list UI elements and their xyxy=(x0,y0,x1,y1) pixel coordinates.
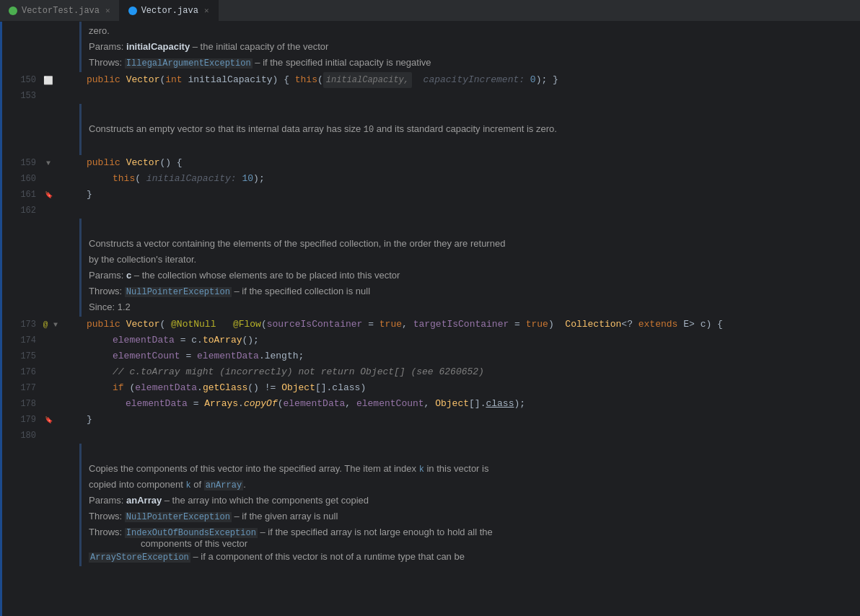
line-row-162: 162 xyxy=(7,203,860,219)
line-row-173: 173 @ ▼ public Vector( @NotNull @Flow(so… xyxy=(7,317,860,333)
doc-row-zero: zero. xyxy=(7,22,860,40)
doc-row-params-c: Params: c – the collection whose element… xyxy=(7,269,860,285)
doc-throws-ioobe-label: Throws: IndexOutOfBoundsException – if t… xyxy=(89,527,493,537)
line-num-173: 173 xyxy=(7,320,42,330)
code-line-180 xyxy=(79,428,860,444)
tab-label-vectortest: VectorTest.java xyxy=(22,6,100,16)
doc-text-zero: zero. xyxy=(89,25,110,36)
doc-throws-ase: ArrayStoreException – if a component of … xyxy=(89,551,465,562)
line-num-153: 153 xyxy=(7,91,42,101)
doc-text-copies1: Copies the components of this vector int… xyxy=(89,463,419,474)
doc-params-c: Params: c – the collection whose element… xyxy=(89,270,400,281)
tab-label-vector: Vector.java xyxy=(141,6,198,16)
gutter-arrow-173[interactable]: ▼ xyxy=(49,321,62,329)
code-line-173: public Vector( @NotNull @Flow(sourceIsCo… xyxy=(79,317,860,333)
line-row-176: 176 // c.toArray might (incorrectly) not… xyxy=(7,364,860,380)
line-num-177: 177 xyxy=(7,383,42,393)
code-area[interactable]: zero. Params: initialCapacity – the init… xyxy=(0,22,860,616)
doc-row-empty3 xyxy=(7,219,860,234)
doc-row-since: Since: 1.2 xyxy=(7,301,860,317)
editor-root: VectorTest.java ✕ Vector.java ✕ zero. xyxy=(0,0,860,616)
gutter-bookmark-150[interactable]: ⬜ xyxy=(42,76,55,85)
doc-code-anarray: anArray xyxy=(204,480,243,490)
tab-vectortest[interactable]: VectorTest.java ✕ xyxy=(0,0,120,22)
doc-row-empty2 xyxy=(7,139,860,155)
line-row-175: 175 elementCount = elementData.length; xyxy=(7,348,860,364)
doc-code-npe1: NullPointerException xyxy=(125,287,232,297)
doc-row-throws-npe1: Throws: NullPointerException – if the sp… xyxy=(7,285,860,301)
line-row-161: 161 🔖 } xyxy=(7,187,860,203)
tab-vector[interactable]: Vector.java ✕ xyxy=(120,0,219,22)
doc-row-copies: Copies the components of this vector int… xyxy=(7,459,860,494)
doc-params-anarray: Params: anArray – the array into which t… xyxy=(89,495,369,506)
line-row-160: 160 this( initialCapacity: 10); xyxy=(7,171,860,187)
code-line-150: public Vector(int initialCapacity) { thi… xyxy=(79,72,860,88)
doc-row-throws-npe2: Throws: NullPointerException – if the gi… xyxy=(7,510,860,526)
doc-code-ase: ArrayStoreException xyxy=(89,553,190,563)
code-line-177: if (elementData.getClass() != Object[].c… xyxy=(79,380,860,396)
left-indicator-bar xyxy=(0,22,2,616)
line-row-180: 180 xyxy=(7,428,860,444)
doc-throws-npe1: Throws: NullPointerException – if the sp… xyxy=(89,286,370,296)
doc-row-empty1 xyxy=(7,104,860,120)
tab-close-vectortest[interactable]: ✕ xyxy=(105,6,110,15)
gutter-bookmark-161[interactable]: 🔖 xyxy=(42,191,55,199)
code-line-178: elementData = Arrays.copyOf(elementData,… xyxy=(79,396,860,412)
line-num-161: 161 xyxy=(7,190,42,200)
doc-row-params-anarray: Params: anArray – the array into which t… xyxy=(7,494,860,510)
line-num-159: 159 xyxy=(7,158,42,168)
line-num-178: 178 xyxy=(7,399,42,409)
tab-close-vector[interactable]: ✕ xyxy=(204,6,209,15)
line-row-177: 177 if (elementData.getClass() != Object… xyxy=(7,380,860,396)
doc-text-copies2: copied into component xyxy=(89,479,185,490)
doc-row-throws-iae: Throws: IllegalArgumentException – if th… xyxy=(7,56,860,72)
doc-throws-npe2: Throws: NullPointerException – if the gi… xyxy=(89,511,338,522)
doc-since: Since: 1.2 xyxy=(89,302,131,312)
doc-code-iae: IllegalArgumentException xyxy=(125,58,253,69)
code-line-174: elementData = c.toArray(); xyxy=(79,333,860,348)
code-line-179: } xyxy=(79,412,860,428)
doc-row-params-capacity: Params: initialCapacity – the initial ca… xyxy=(7,40,860,56)
gutter-bookmark-179[interactable]: 🔖 xyxy=(42,416,55,424)
gutter-arrow-159[interactable]: ▼ xyxy=(42,159,55,167)
line-row-150: 150 ⬜ public Vector(int initialCapacity)… xyxy=(7,72,860,88)
line-num-174: 174 xyxy=(7,335,42,346)
doc-throws-iae: Throws: IllegalArgumentException – if th… xyxy=(89,57,431,68)
doc-text-empty-vector: Constructs an empty vector so that its i… xyxy=(89,123,557,134)
code-line-160: this( initialCapacity: 10); xyxy=(79,171,860,187)
doc-row-empty-vector: Constructs an empty vector so that its i… xyxy=(7,120,860,139)
code-line-161: } xyxy=(79,187,860,203)
line-num-175: 175 xyxy=(7,351,42,361)
code-line-175: elementCount = elementData.length; xyxy=(79,348,860,364)
tab-bar: VectorTest.java ✕ Vector.java ✕ xyxy=(0,0,860,22)
doc-row-throws-ioobe: Throws: IndexOutOfBoundsException – if t… xyxy=(7,526,860,550)
line-num-150: 150 xyxy=(7,75,42,85)
doc-params-capacity: Params: initialCapacity – the initial ca… xyxy=(89,41,328,52)
line-num-162: 162 xyxy=(7,206,42,216)
line-row-153: 153 xyxy=(7,88,860,104)
code-line-162 xyxy=(79,203,860,219)
doc-row-empty4 xyxy=(7,444,860,459)
line-num-176: 176 xyxy=(7,367,42,377)
line-row-178: 178 elementData = Arrays.copyOf(elementD… xyxy=(7,396,860,412)
line-row-179: 179 🔖 } xyxy=(7,412,860,428)
line-num-180: 180 xyxy=(7,431,42,441)
line-num-179: 179 xyxy=(7,415,42,425)
line-row-174: 174 elementData = c.toArray(); xyxy=(7,333,860,348)
doc-row-vector-collection: Constructs a vector containing the eleme… xyxy=(7,234,860,269)
code-line-159: public Vector() { xyxy=(79,155,860,171)
line-row-159: 159 ▼ public Vector() { xyxy=(7,155,860,171)
code-line-153 xyxy=(79,88,860,104)
editor-container: zero. Params: initialCapacity – the init… xyxy=(0,22,860,616)
doc-row-throws-ase: ArrayStoreException – if a component of … xyxy=(7,550,860,566)
code-line-176: // c.toArray might (incorrectly) not ret… xyxy=(79,364,860,380)
doc-text-collection2: by the collection's iterator. xyxy=(89,254,196,265)
doc-code-npe2: NullPointerException xyxy=(125,512,232,522)
doc-text-collection1: Constructs a vector containing the eleme… xyxy=(89,238,505,249)
file-icon-blue xyxy=(128,6,137,15)
doc-throws-ioobe-cont: components of this vector xyxy=(89,538,247,549)
line-num-160: 160 xyxy=(7,174,42,184)
doc-code-ioobe: IndexOutOfBoundsException xyxy=(125,528,258,538)
gutter-at-173: @ xyxy=(42,320,49,329)
file-icon-green xyxy=(9,6,17,15)
